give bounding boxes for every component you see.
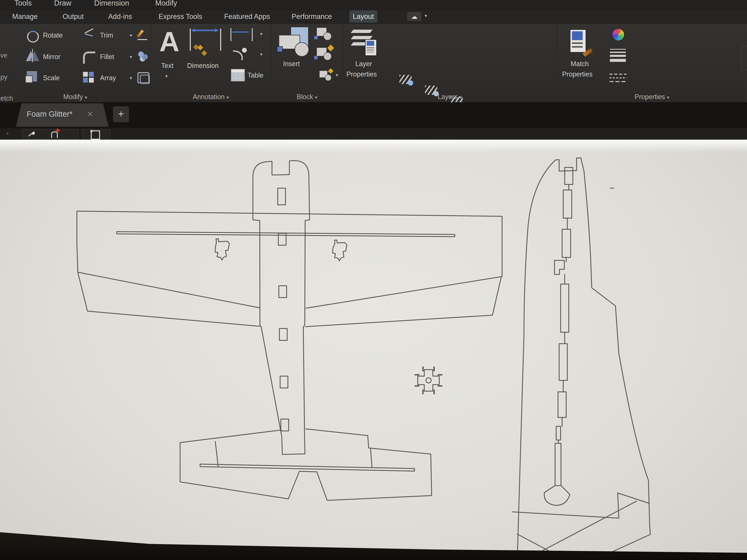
fillet-caret-icon[interactable]: ▾ [130,54,132,60]
layer-tool-icon-1[interactable] [399,74,412,85]
trim-icon[interactable] [83,30,95,41]
array-button[interactable]: Array [100,74,116,82]
leader-icon[interactable] [232,47,247,60]
close-icon[interactable]: ✕ [87,110,93,118]
airplane-side-view[interactable] [512,158,650,560]
modify-panel-label[interactable]: Modify▾ [0,93,150,101]
menu-bar: Tools Draw Dimension Modify [0,0,747,10]
fillet-icon[interactable] [83,52,95,64]
tab-layout[interactable]: Layout [350,10,377,23]
menu-draw[interactable]: Draw [54,0,71,7]
drafting-pencil-icon[interactable] [27,130,35,138]
panel-caret-icon: ▾ [227,95,229,100]
panel-modify: ve py etch Rotate Trim ▾ Mirror Fillet ▾… [0,24,151,102]
panel-annotation: A Text ▾ Dimension ▾ ▾ Table Annotation▾ [151,24,271,102]
menu-tools[interactable]: Tools [15,0,32,7]
cross-part[interactable] [415,367,442,394]
properties-panel-label[interactable]: Properties▾ [557,93,747,101]
panel-block: Insert ▾ Block▾ [271,24,343,102]
menu-dimension[interactable]: Dimension [94,0,129,7]
panel-properties: Match Properties ByLayer ByLayer ByLayer… [557,24,747,102]
file-tab-bar: Foam Glitter* ✕ + [0,102,747,128]
dimension-icon[interactable] [190,28,221,51]
edit-attributes-icon[interactable] [316,69,333,82]
status-dot-icon [7,133,8,134]
rotate-button[interactable]: Rotate [43,31,62,39]
section-marker-icon[interactable] [50,130,58,138]
array-caret-icon[interactable]: ▾ [130,75,132,81]
table-button[interactable]: Table [248,72,263,79]
ribbon-panels: ve py etch Rotate Trim ▾ Mirror Fillet ▾… [0,24,747,102]
viewport-tool-strip [0,128,747,140]
table-icon[interactable] [231,69,245,81]
layer-properties-button[interactable]: Layer [355,60,372,68]
panel-caret-icon: ▾ [315,95,317,100]
file-tab-title: Foam Glitter* [27,110,73,118]
match-properties-button[interactable]: Match [571,60,589,68]
menu-modify[interactable]: Modify [155,0,177,7]
block-caret-icon[interactable]: ▾ [336,72,338,78]
autocad-window: Tools Draw Dimension Modify Manage Outpu… [0,0,747,560]
cloud-icon[interactable]: ☁ [407,12,421,21]
file-tab-foam-glitter[interactable]: Foam Glitter* ✕ [16,103,108,127]
match-properties-icon[interactable] [569,29,591,55]
rotate-icon[interactable] [27,31,39,43]
dimension-button[interactable]: Dimension [187,62,218,70]
trim-caret-icon[interactable]: ▾ [130,33,132,38]
tab-output[interactable]: Output [59,10,87,23]
linetype-icon[interactable] [610,72,626,84]
panel-caret-icon: ▾ [667,95,669,100]
drawing-canvas[interactable]: ✕ >_ ▾ Type a command [0,140,747,560]
panel-caret-icon: ▾ [460,95,462,100]
match-properties-button-line2[interactable]: Properties [562,70,592,78]
erase-brush-icon[interactable] [137,29,149,41]
viewport-rectangle-icon[interactable] [91,130,100,140]
partial-move-label[interactable]: ve [0,52,7,59]
block-panel-label[interactable]: Block▾ [271,93,343,101]
offset-icon[interactable] [137,72,149,83]
annotation-panel-label[interactable]: Annotation▾ [151,93,271,101]
scale-button[interactable]: Scale [43,74,60,82]
linear-dimension-icon[interactable] [230,28,253,41]
layer-properties-button-line2[interactable]: Properties [346,70,377,78]
dimension-caret-icon[interactable]: ▾ [260,31,262,37]
scale-icon[interactable] [27,71,37,81]
mirror-icon[interactable] [26,50,39,61]
fillet-button[interactable]: Fillet [100,53,114,61]
partial-copy-label[interactable]: py [0,73,7,81]
edit-block-icon[interactable] [315,47,332,60]
text-caret-icon[interactable]: ▾ [165,73,168,79]
panel-layers: Layer Properties ☀ Main Structure ▾ [343,24,557,102]
text-icon[interactable]: A [159,26,179,58]
tab-add-ins[interactable]: Add-ins [105,10,135,23]
new-tab-button[interactable]: + [113,106,129,122]
chevron-down-icon[interactable]: ▾ [424,13,427,19]
leader-caret-icon[interactable]: ▾ [260,52,262,57]
ribbon-tab-bar: Manage Output Add-ins Express Tools Feat… [0,10,747,24]
explode-icon[interactable] [137,51,148,60]
mirror-button[interactable]: Mirror [43,53,60,61]
create-block-icon[interactable] [315,27,332,41]
tab-express-tools[interactable]: Express Tools [155,10,206,23]
airplane-top-view[interactable] [77,161,502,500]
tab-manage[interactable]: Manage [9,10,41,23]
tab-performance[interactable]: Performance [288,10,335,23]
layers-panel-label[interactable]: Layers▾ [343,93,557,101]
color-wheel-icon[interactable] [612,28,625,41]
panel-caret-icon: ▾ [85,95,87,100]
array-icon[interactable] [83,72,94,83]
foam-airplane-plan-drawing[interactable] [0,140,747,560]
insert-button[interactable]: Insert [283,60,300,68]
layer-properties-icon[interactable] [352,28,374,51]
tab-featured-apps[interactable]: Featured Apps [221,10,273,23]
text-button[interactable]: Text [161,62,174,70]
lineweight-icon[interactable] [610,49,626,62]
insert-block-icon[interactable] [279,27,310,56]
trim-button[interactable]: Trim [100,31,113,39]
